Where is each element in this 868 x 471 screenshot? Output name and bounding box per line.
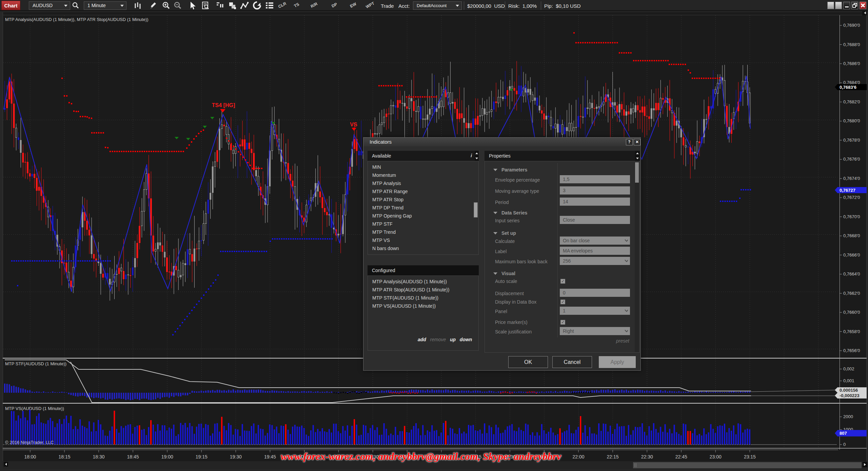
svg-text:0,7670'0: 0,7670'0 (843, 214, 860, 219)
svg-text:0,7682'0: 0,7682'0 (843, 99, 860, 104)
svg-text:18:45: 18:45 (127, 454, 139, 459)
svg-text:MTP STF(AUDUSD (1 Minute)): MTP STF(AUDUSD (1 Minute)) (5, 361, 66, 366)
svg-text:0,7678'0: 0,7678'0 (843, 138, 860, 143)
svg-text:19:00: 19:00 (161, 454, 173, 459)
svg-text:2000: 2000 (843, 414, 853, 419)
svg-text:22:30: 22:30 (641, 454, 653, 459)
svg-text:0,7666'0: 0,7666'0 (843, 252, 860, 258)
svg-text:0,001: 0,001 (843, 378, 854, 383)
svg-text:0.000156: 0.000156 (840, 388, 858, 393)
svg-text:VS: VS (350, 122, 357, 127)
svg-text:0,7690'0: 0,7690'0 (843, 23, 860, 28)
svg-text:0,7668'0: 0,7668'0 (843, 233, 860, 238)
svg-text:0,002: 0,002 (843, 366, 854, 371)
svg-text:0,7686'0: 0,7686'0 (843, 61, 860, 66)
svg-text:22:00: 22:00 (572, 454, 584, 459)
svg-text:0,7662'0: 0,7662'0 (843, 291, 860, 296)
svg-text:MTP Analysis(AUDUSD (1 Minute): MTP Analysis(AUDUSD (1 Minute)), MTP ATR… (5, 17, 149, 22)
svg-text:-0,000223: -0,000223 (840, 393, 860, 398)
svg-text:0,7658'0: 0,7658'0 (843, 329, 860, 334)
svg-text:22:15: 22:15 (607, 454, 619, 459)
svg-text:0,7676'0: 0,7676'0 (843, 157, 860, 162)
svg-text:0,7656'0: 0,7656'0 (843, 348, 860, 353)
svg-text:19:30: 19:30 (230, 454, 242, 459)
svg-text:0,7674'0: 0,7674'0 (843, 176, 860, 181)
svg-text:0: 0 (843, 442, 846, 447)
svg-text:18:00: 18:00 (24, 454, 36, 459)
svg-text:TS4 [HG]: TS4 [HG] (212, 102, 235, 108)
svg-text:0,7683'6: 0,7683'6 (840, 85, 856, 90)
svg-text:0,76727: 0,76727 (840, 188, 855, 193)
svg-text:0,7680'0: 0,7680'0 (843, 118, 860, 123)
svg-text:0,7664'0: 0,7664'0 (843, 271, 860, 277)
svg-text:18:30: 18:30 (93, 454, 104, 459)
svg-text:807: 807 (840, 431, 847, 436)
svg-text:19:15: 19:15 (196, 454, 208, 459)
svg-text:23:00: 23:00 (710, 454, 722, 459)
svg-text:MTP VS(AUDUSD (1 Minute)): MTP VS(AUDUSD (1 Minute)) (5, 406, 64, 411)
svg-text:18:15: 18:15 (58, 454, 70, 459)
svg-text:23:15: 23:15 (744, 454, 756, 459)
svg-text:22:45: 22:45 (675, 454, 687, 459)
svg-text:19:45: 19:45 (264, 454, 276, 459)
svg-text:0,7688'0: 0,7688'0 (843, 42, 860, 47)
svg-text:0,7672'0: 0,7672'0 (843, 195, 860, 200)
svg-text:0,7660'0: 0,7660'0 (843, 310, 860, 315)
svg-text:© 2016 NinjaTrader, LLC: © 2016 NinjaTrader, LLC (5, 440, 54, 445)
